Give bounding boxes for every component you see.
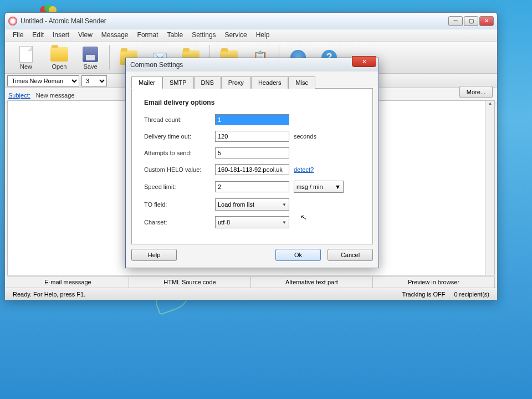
tab-headers[interactable]: Headers xyxy=(251,76,289,89)
status-tracking: Tracking is OFF xyxy=(398,291,450,298)
help-button[interactable]: Help xyxy=(131,249,177,261)
speed-unit-select[interactable]: msg / min ▼ xyxy=(294,181,344,193)
tab-smtp[interactable]: SMTP xyxy=(162,76,194,89)
dialog-title-text: Common Settings xyxy=(130,61,183,69)
status-recipients: 0 recipient(s) xyxy=(449,291,494,298)
dialog-titlebar: Common Settings ✕ xyxy=(126,58,378,71)
tab-email-message[interactable]: E-mail messsage xyxy=(7,277,129,288)
attempts-input[interactable] xyxy=(215,147,289,158)
titlebar: Untitled - Atomic Mail Sender ─ ▢ ✕ xyxy=(5,13,497,29)
ok-button[interactable]: Ok xyxy=(275,249,321,261)
tab-dns[interactable]: DNS xyxy=(194,76,221,89)
menu-file[interactable]: File xyxy=(8,29,28,41)
charset-select[interactable]: utf-8 ▼ xyxy=(215,216,289,228)
speed-input[interactable] xyxy=(215,181,289,192)
font-family-select[interactable]: Times New Roman xyxy=(7,75,79,86)
minimize-button[interactable]: ─ xyxy=(448,16,463,26)
more-button[interactable]: More... xyxy=(459,86,493,98)
tab-mailer[interactable]: Mailer xyxy=(131,76,162,89)
menu-edit[interactable]: Edit xyxy=(28,29,48,41)
maximize-button[interactable]: ▢ xyxy=(464,16,478,26)
menu-help[interactable]: Help xyxy=(252,29,274,41)
to-field-label: TO field: xyxy=(144,201,215,208)
tab-preview[interactable]: Preview in browser xyxy=(373,277,495,288)
window-title: Untitled - Atomic Mail Sender xyxy=(21,17,448,25)
common-settings-dialog: Common Settings ✕ Mailer SMTP DNS Proxy … xyxy=(125,58,379,268)
dialog-body: Email delivery options Thread count: Del… xyxy=(131,88,373,244)
menu-view[interactable]: View xyxy=(74,29,97,41)
menubar: File Edit Insert View Message Format Tab… xyxy=(5,29,497,42)
seconds-label: seconds xyxy=(294,133,316,140)
bottom-tabs: E-mail messsage HTML Source code Alterna… xyxy=(7,277,495,288)
font-size-select[interactable]: 3 xyxy=(81,75,107,86)
menu-table[interactable]: Table xyxy=(163,29,188,41)
new-button[interactable]: New xyxy=(8,43,44,72)
attempts-label: Attempts to send: xyxy=(144,150,215,156)
thread-count-input[interactable] xyxy=(215,114,289,125)
new-page-icon xyxy=(17,45,35,63)
menu-insert[interactable]: Insert xyxy=(48,29,74,41)
chevron-down-icon: ▼ xyxy=(282,220,287,225)
menu-message[interactable]: Message xyxy=(97,29,133,41)
helo-label: Custom HELO value: xyxy=(144,166,215,173)
folder-open-icon xyxy=(50,45,68,63)
tab-misc[interactable]: Misc xyxy=(288,76,315,89)
menu-service[interactable]: Service xyxy=(221,29,252,41)
detect-link[interactable]: detect? xyxy=(294,166,314,173)
delivery-timeout-input[interactable] xyxy=(215,131,289,142)
open-button[interactable]: Open xyxy=(44,43,75,72)
speed-label: Speed limit: xyxy=(144,183,215,190)
cancel-button[interactable]: Cancel xyxy=(328,249,373,261)
tab-html-source[interactable]: HTML Source code xyxy=(129,277,251,288)
subject-label[interactable]: Subject: xyxy=(8,92,30,99)
chevron-down-icon: ▼ xyxy=(335,183,341,190)
charset-label: Charset: xyxy=(144,219,215,226)
vertical-scrollbar[interactable]: ▲ xyxy=(485,101,494,275)
chevron-down-icon: ▼ xyxy=(282,202,287,207)
menu-format[interactable]: Format xyxy=(133,29,163,41)
status-ready: Ready. For Help, press F1. xyxy=(8,291,398,298)
app-icon xyxy=(8,17,17,25)
dialog-close-button[interactable]: ✕ xyxy=(352,56,376,67)
save-button[interactable]: Save xyxy=(75,43,106,72)
delivery-timeout-label: Delivery time out: xyxy=(144,133,215,140)
menu-settings[interactable]: Settings xyxy=(187,29,220,41)
tab-proxy[interactable]: Proxy xyxy=(221,76,251,89)
tab-alt-text[interactable]: Alternative text part xyxy=(251,277,373,288)
close-button[interactable]: ✕ xyxy=(479,16,494,26)
section-title: Email delivery options xyxy=(144,99,360,106)
helo-input[interactable] xyxy=(215,164,289,175)
status-bar: Ready. For Help, press F1. Tracking is O… xyxy=(5,288,497,300)
thread-count-label: Thread count: xyxy=(144,116,215,123)
to-field-select[interactable]: Load from list ▼ xyxy=(215,198,289,211)
disk-icon xyxy=(81,45,99,63)
dialog-tabs: Mailer SMTP DNS Proxy Headers Misc xyxy=(126,71,378,88)
